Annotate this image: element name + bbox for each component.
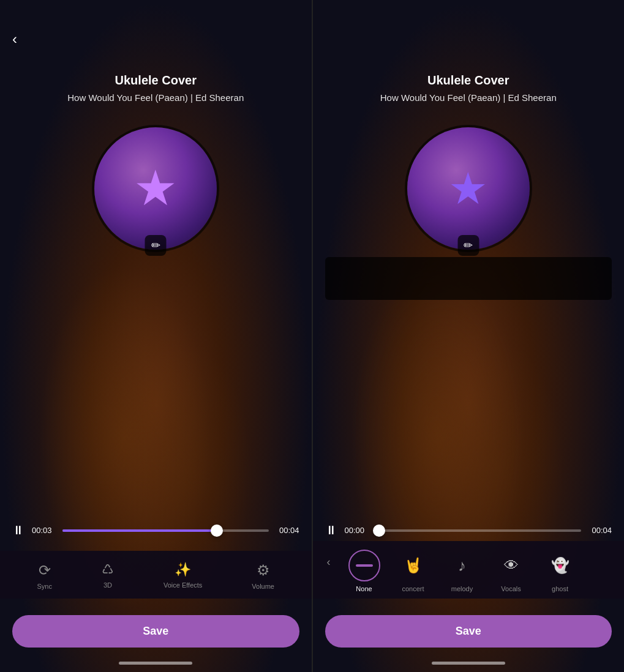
voice-effects-label: Voice Effects bbox=[164, 581, 202, 589]
song-subtitle-right: How Would You Feel (Paean) | Ed Sheeran bbox=[380, 92, 557, 103]
progress-row-right: ⏸ 00:00 00:04 bbox=[325, 523, 612, 537]
volume-label: Volume bbox=[252, 583, 274, 590]
effect-ghost-icon-wrap: 👻 bbox=[544, 550, 576, 581]
effect-vocals[interactable]: 👁 Vocals bbox=[487, 550, 536, 592]
effects-back-arrow[interactable]: ‹ bbox=[318, 550, 340, 569]
home-indicator-right bbox=[432, 662, 505, 665]
sync-button[interactable]: ⟳ Sync bbox=[37, 562, 51, 590]
song-info-left: Ukulele Cover How Would You Feel (Paean)… bbox=[67, 73, 244, 103]
song-subtitle-left: How Would You Feel (Paean) | Ed Sheeran bbox=[67, 92, 244, 103]
effect-ghost[interactable]: 👻 ghost bbox=[536, 550, 585, 592]
song-title-left: Ukulele Cover bbox=[67, 73, 244, 88]
effect-ghost-label: ghost bbox=[552, 585, 568, 592]
song-title-right: Ukulele Cover bbox=[380, 73, 557, 88]
none-dash-icon bbox=[356, 564, 373, 567]
album-art-right: ★ ✏ bbox=[407, 127, 530, 250]
effect-melody-icon-wrap: ♪ bbox=[446, 550, 478, 581]
star-icon-right: ★ bbox=[448, 166, 488, 211]
progress-thumb-left[interactable] bbox=[211, 525, 223, 537]
end-time-left: 00:04 bbox=[276, 526, 299, 535]
album-circle-right: ★ bbox=[407, 127, 530, 250]
effect-vocals-label: Vocals bbox=[501, 585, 521, 592]
volume-icon: ⚙ bbox=[257, 562, 270, 579]
3d-icon: ♺ bbox=[102, 562, 114, 578]
current-time-left: 00:03 bbox=[32, 526, 55, 535]
effects-scroll: ‹ None 🤘 concert ♪ bbox=[313, 550, 625, 592]
voice-effects-button[interactable]: ✨ Voice Effects bbox=[164, 562, 202, 589]
star-icon-left: ★ bbox=[133, 164, 178, 213]
player-controls-right: ⏸ 00:00 00:04 bbox=[313, 523, 625, 537]
ghost-icon: 👻 bbox=[551, 557, 569, 574]
album-circle-left: ★ bbox=[94, 127, 217, 250]
effect-none-icon-wrap bbox=[348, 550, 380, 581]
effect-concert[interactable]: 🤘 concert bbox=[389, 550, 438, 592]
album-art-left: ★ ✏ bbox=[94, 127, 217, 250]
progress-fill-left bbox=[62, 529, 217, 532]
song-info-right: Ukulele Cover How Would You Feel (Paean)… bbox=[380, 73, 557, 103]
voice-effects-icon: ✨ bbox=[175, 562, 191, 578]
save-button-right[interactable]: Save bbox=[325, 615, 612, 648]
pause-button-right[interactable]: ⏸ bbox=[325, 523, 337, 537]
save-button-left[interactable]: Save bbox=[12, 615, 299, 648]
volume-button[interactable]: ⚙ Volume bbox=[252, 562, 274, 590]
toolbar-icons-left: ⟳ Sync ♺ 3D ✨ Voice Effects ⚙ Volume bbox=[12, 562, 299, 590]
edit-cover-button-right[interactable]: ✏ bbox=[457, 235, 479, 256]
effect-melody[interactable]: ♪ melody bbox=[438, 550, 487, 592]
progress-row-left: ⏸ 00:03 00:04 bbox=[12, 523, 299, 537]
effect-concert-label: concert bbox=[402, 585, 424, 592]
progress-bar-right[interactable] bbox=[375, 529, 582, 532]
melody-icon: ♪ bbox=[458, 556, 466, 575]
3d-label: 3D bbox=[103, 581, 112, 589]
progress-bar-left[interactable] bbox=[62, 529, 269, 532]
player-controls-left: ⏸ 00:03 00:04 bbox=[0, 523, 312, 537]
waveform-area bbox=[325, 257, 612, 300]
effect-concert-icon-wrap: 🤘 bbox=[397, 550, 429, 581]
edit-cover-button-left[interactable]: ✏ bbox=[145, 235, 167, 256]
effect-vocals-icon-wrap: 👁 bbox=[495, 550, 527, 581]
effect-none-label: None bbox=[356, 585, 372, 592]
back-button[interactable]: ‹ bbox=[12, 31, 17, 48]
pause-button-left[interactable]: ⏸ bbox=[12, 523, 24, 537]
3d-button[interactable]: ♺ 3D bbox=[102, 562, 114, 589]
home-indicator-left bbox=[119, 662, 192, 665]
effect-melody-label: melody bbox=[451, 585, 473, 592]
bottom-toolbar-left: ⟳ Sync ♺ 3D ✨ Voice Effects ⚙ Volume bbox=[0, 551, 312, 599]
right-panel-content: Ukulele Cover How Would You Feel (Paean)… bbox=[313, 0, 625, 672]
vocals-icon: 👁 bbox=[504, 557, 519, 574]
sync-icon: ⟳ bbox=[39, 562, 51, 579]
concert-icon: 🤘 bbox=[404, 557, 423, 574]
progress-thumb-right[interactable] bbox=[373, 525, 385, 537]
current-time-right: 00:00 bbox=[345, 526, 368, 535]
left-panel-content: ‹ Ukulele Cover How Would You Feel (Paea… bbox=[0, 0, 312, 672]
sync-label: Sync bbox=[37, 583, 51, 590]
left-panel: ‹ Ukulele Cover How Would You Feel (Paea… bbox=[0, 0, 312, 672]
voice-effects-row: ‹ None 🤘 concert ♪ bbox=[313, 541, 625, 599]
end-time-right: 00:04 bbox=[588, 526, 612, 535]
effect-none[interactable]: None bbox=[340, 550, 389, 592]
right-panel: Ukulele Cover How Would You Feel (Paean)… bbox=[313, 0, 625, 672]
